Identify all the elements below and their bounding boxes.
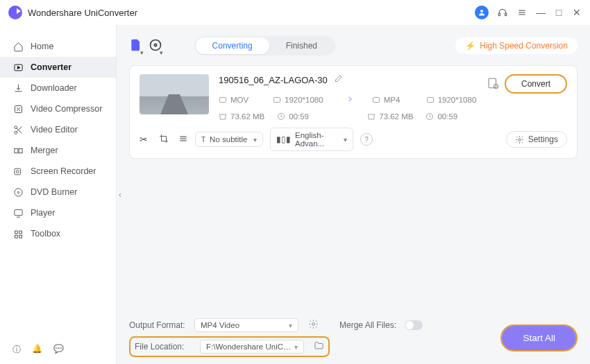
file-card: 190516_06_AZ-LAGOA-30 MOV 1920*1080 MP4 …	[129, 65, 578, 159]
src-resolution: 1920*1080	[273, 96, 323, 104]
sidebar-item-downloader[interactable]: Downloader	[0, 78, 116, 98]
sidebar-item-toolbox[interactable]: Toolbox	[0, 223, 116, 244]
svg-point-15	[14, 188, 22, 196]
svg-point-24	[154, 44, 156, 46]
crop-icon[interactable]	[159, 134, 169, 146]
sidebar-item-converter[interactable]: Converter	[0, 57, 116, 78]
svg-point-14	[16, 170, 19, 173]
svg-rect-25	[220, 98, 226, 103]
conversion-tabs: Converting Finished	[194, 36, 335, 55]
src-format: MOV	[219, 96, 260, 104]
file-location-label: File Location:	[135, 342, 193, 352]
svg-rect-28	[427, 98, 433, 103]
download-icon	[12, 83, 24, 94]
edit-title-icon[interactable]	[333, 74, 343, 86]
start-all-button[interactable]: Start All	[502, 326, 576, 350]
output-format-dropdown[interactable]: MP4 Video▾	[194, 318, 298, 332]
dst-size: 73.62 MB	[367, 112, 413, 121]
scissors-icon	[12, 124, 24, 135]
maximize-button[interactable]: □	[554, 7, 564, 18]
recorder-icon	[12, 166, 24, 177]
sidebar-item-player[interactable]: Player	[0, 202, 116, 223]
svg-point-0	[480, 10, 483, 12]
sidebar-item-merger[interactable]: Merger	[0, 140, 116, 161]
toolbox-icon	[12, 228, 24, 239]
merge-all-toggle[interactable]	[405, 320, 423, 330]
main-content: ▾ ▾ Converting Finished ⚡High Speed Conv…	[117, 25, 590, 364]
convert-button[interactable]: Convert	[505, 74, 567, 94]
svg-point-37	[312, 323, 315, 326]
svg-rect-17	[14, 209, 22, 215]
close-button[interactable]: ✕	[572, 7, 582, 18]
settings-button[interactable]: Settings	[506, 131, 567, 148]
sidebar-item-label: Screen Recorder	[31, 166, 96, 176]
user-avatar[interactable]	[475, 6, 489, 19]
headset-icon[interactable]	[497, 7, 508, 18]
sidebar-item-label: DVD Burner	[31, 187, 77, 197]
menu-icon[interactable]	[516, 7, 528, 18]
info-icon[interactable]: ?	[360, 133, 373, 146]
sidebar-item-editor[interactable]: Video Editor	[0, 119, 116, 140]
bolt-icon: ⚡	[465, 41, 475, 51]
dst-duration: 00:59	[425, 112, 467, 121]
file-location-dropdown[interactable]: F:\Wondershare UniConverter▾	[200, 340, 304, 354]
conversion-arrow-icon	[340, 92, 355, 108]
sidebar-item-label: Home	[31, 42, 53, 51]
src-duration: 00:59	[277, 112, 319, 121]
svg-point-16	[17, 191, 19, 193]
svg-rect-1	[498, 13, 500, 16]
svg-rect-21	[15, 235, 17, 238]
high-speed-label: High Speed Conversion	[480, 41, 568, 51]
svg-rect-2	[505, 13, 507, 16]
toolbar: ▾ ▾ Converting Finished ⚡High Speed Conv…	[129, 36, 578, 55]
audio-track-dropdown[interactable]: ▮▯▮English-Advan...▾	[270, 128, 353, 151]
add-file-button[interactable]: ▾	[129, 38, 143, 54]
feedback-icon[interactable]: 💬	[53, 344, 64, 356]
tab-converting[interactable]: Converting	[196, 37, 269, 54]
app-logo: Wondershare UniConverter	[8, 6, 137, 19]
start-all-wrapper: Start All	[500, 324, 578, 352]
sidebar-item-compressor[interactable]: Video Compressor	[0, 98, 116, 119]
svg-rect-31	[489, 78, 496, 88]
sidebar-item-label: Video Editor	[31, 125, 78, 135]
video-thumbnail[interactable]	[140, 74, 209, 114]
minimize-button[interactable]: —	[536, 7, 546, 18]
tab-finished[interactable]: Finished	[269, 37, 334, 54]
svg-rect-12	[19, 148, 22, 153]
svg-rect-22	[19, 235, 22, 238]
svg-point-9	[14, 125, 17, 128]
svg-rect-19	[15, 231, 17, 234]
svg-rect-27	[373, 98, 379, 103]
sidebar-item-label: Downloader	[31, 83, 77, 93]
app-title: Wondershare UniConverter	[28, 8, 137, 18]
open-folder-icon[interactable]	[314, 340, 324, 353]
help-icon[interactable]: ⓘ	[12, 344, 21, 356]
sidebar-item-home[interactable]: Home	[0, 36, 116, 57]
bell-icon[interactable]: 🔔	[32, 344, 42, 356]
converter-icon	[12, 62, 24, 73]
merger-icon	[12, 145, 24, 156]
compressor-icon	[12, 103, 24, 114]
dst-resolution: 1920*1080	[426, 96, 477, 104]
titlebar: Wondershare UniConverter — □ ✕	[0, 0, 590, 25]
output-settings-icon[interactable]	[308, 319, 319, 331]
file-properties-icon[interactable]	[487, 77, 499, 92]
svg-rect-13	[14, 168, 20, 175]
sidebar-item-recorder[interactable]: Screen Recorder	[0, 161, 116, 182]
high-speed-toggle[interactable]: ⚡High Speed Conversion	[455, 37, 578, 54]
output-format-label: Output Format:	[129, 320, 187, 330]
svg-point-36	[519, 138, 521, 140]
sidebar-item-label: Player	[31, 208, 55, 218]
logo-mark-icon	[8, 6, 22, 19]
svg-rect-26	[274, 98, 280, 103]
src-size: 73.62 MB	[219, 112, 264, 121]
add-disc-button[interactable]: ▾	[149, 38, 162, 54]
trim-icon[interactable]: ✂	[140, 134, 149, 146]
sidebar-item-dvd[interactable]: DVD Burner	[0, 182, 116, 202]
more-options-icon[interactable]	[178, 134, 188, 146]
audio-bars-icon: ▮▯▮	[276, 135, 291, 144]
player-icon	[12, 207, 24, 218]
dst-format: MP4	[372, 96, 414, 104]
sidebar: Home Converter Downloader Video Compress…	[0, 25, 117, 364]
subtitle-dropdown[interactable]: TNo subtitle▾	[195, 132, 263, 147]
